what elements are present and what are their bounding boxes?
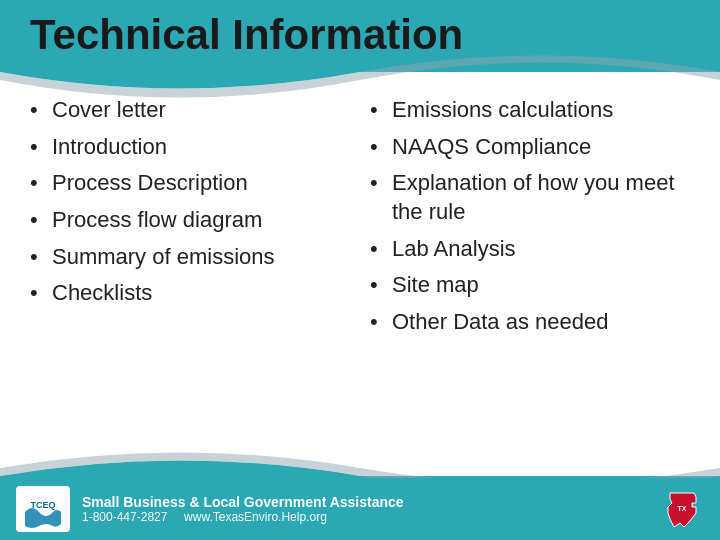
page-title: Technical Information xyxy=(0,0,720,66)
footer-text: Small Business & Local Government Assist… xyxy=(82,494,660,524)
bullet-dot: • xyxy=(370,133,392,162)
bullet-dot: • xyxy=(30,96,52,125)
bullet-dot: • xyxy=(30,169,52,198)
main-content: • Cover letter • Introduction • Process … xyxy=(0,76,720,354)
list-item: • Process Description xyxy=(30,169,350,198)
footer-bar: TCEQ Small Business & Local Government A… xyxy=(0,478,720,540)
bullet-dot: • xyxy=(30,243,52,272)
bullet-text: Checklists xyxy=(52,279,350,308)
list-item: • Introduction xyxy=(30,133,350,162)
svg-text:TX: TX xyxy=(678,505,687,512)
list-item: • Emissions calculations xyxy=(370,96,690,125)
bullet-dot: • xyxy=(370,169,392,198)
list-item: • Lab Analysis xyxy=(370,235,690,264)
left-column: • Cover letter • Introduction • Process … xyxy=(30,96,350,344)
list-item: • Site map xyxy=(370,271,690,300)
list-item: • Summary of emissions xyxy=(30,243,350,272)
bullet-dot: • xyxy=(370,96,392,125)
bullet-dot: • xyxy=(370,308,392,337)
list-item: • Explanation of how you meet the rule xyxy=(370,169,690,226)
right-column: • Emissions calculations • NAAQS Complia… xyxy=(370,96,690,344)
bullet-dot: • xyxy=(30,133,52,162)
bullet-text: Process Description xyxy=(52,169,350,198)
list-item: • Checklists xyxy=(30,279,350,308)
list-item: • NAAQS Compliance xyxy=(370,133,690,162)
list-item: • Cover letter xyxy=(30,96,350,125)
bullet-text: Other Data as needed xyxy=(392,308,690,337)
bullet-dot: • xyxy=(30,206,52,235)
bullet-text: Summary of emissions xyxy=(52,243,350,272)
bullet-text: Cover letter xyxy=(52,96,350,125)
list-item: • Other Data as needed xyxy=(370,308,690,337)
bullet-text: Introduction xyxy=(52,133,350,162)
footer-contact-info: 1-800-447-2827 www.TexasEnviro.Help.org xyxy=(82,510,660,524)
bullet-text: Lab Analysis xyxy=(392,235,690,264)
bullet-text: Process flow diagram xyxy=(52,206,350,235)
bullet-dot: • xyxy=(30,279,52,308)
bullet-dot: • xyxy=(370,271,392,300)
bullet-text: NAAQS Compliance xyxy=(392,133,690,162)
texas-icon: TX xyxy=(660,487,704,531)
bullet-text: Site map xyxy=(392,271,690,300)
bullet-text: Explanation of how you meet the rule xyxy=(392,169,690,226)
tceq-logo: TCEQ xyxy=(16,486,70,532)
list-item: • Process flow diagram xyxy=(30,206,350,235)
svg-text:TCEQ: TCEQ xyxy=(30,500,55,510)
footer-org-name: Small Business & Local Government Assist… xyxy=(82,494,660,510)
bullet-dot: • xyxy=(370,235,392,264)
bullet-text: Emissions calculations xyxy=(392,96,690,125)
